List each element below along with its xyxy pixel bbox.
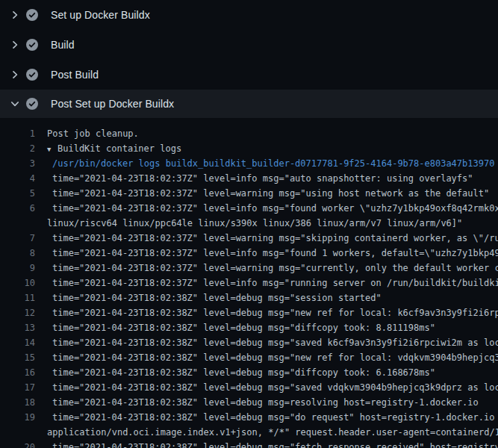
log-text: application/vnd.oci.image.index.v1+json,… [35,425,498,440]
log-line: 11 time="2021-04-23T18:02:38Z" level=deb… [0,290,498,305]
check-circle-icon [26,69,38,81]
line-number-empty [0,425,35,440]
log-text: time="2021-04-23T18:02:38Z" level=debug … [35,290,382,305]
log-text: time="2021-04-23T18:02:38Z" level=debug … [35,335,498,350]
line-number[interactable]: 5 [0,186,35,201]
step-row-post-set-up-docker-buildx[interactable]: Post Set up Docker Buildx [0,90,498,118]
step-row-set-up-docker-buildx[interactable]: Set up Docker Buildx [0,0,498,30]
line-number[interactable]: 12 [0,305,35,320]
log-line: 7 time="2021-04-23T18:02:37Z" level=warn… [0,231,498,246]
line-number[interactable]: 6 [0,201,35,216]
line-number[interactable]: 7 [0,231,35,246]
log-container: 1 Post job cleanup. 2 ▼BuildKit containe… [0,118,498,448]
log-line: 17 time="2021-04-23T18:02:38Z" level=deb… [0,380,498,395]
log-text: time="2021-04-23T18:02:38Z" level=debug … [35,380,498,395]
line-number[interactable]: 17 [0,380,35,395]
check-circle-icon [26,9,38,21]
log-line: 18 time="2021-04-23T18:02:38Z" level=deb… [0,395,498,410]
step-label: Set up Docker Buildx [51,9,150,21]
line-number-empty [0,216,35,231]
workflow-log-panel: Set up Docker Buildx Build Post Build [0,0,498,448]
check-circle-icon [26,39,38,51]
log-text: time="2021-04-23T18:02:38Z" level=debug … [35,320,435,335]
log-line: 3 /usr/bin/docker logs buildx_buildkit_b… [0,156,498,171]
log-text: Post job cleanup. [35,126,139,141]
command-text: /usr/bin/docker logs buildx_buildkit_bui… [35,156,494,171]
log-line: 10 time="2021-04-23T18:02:37Z" level=inf… [0,276,498,290]
log-line: 20 time="2021-04-23T18:02:38Z" level=deb… [0,440,498,448]
step-row-post-build[interactable]: Post Build [0,60,498,90]
log-line: 1 Post job cleanup. [0,126,498,141]
step-list: Set up Docker Buildx Build Post Build [0,0,498,118]
line-number[interactable]: 19 [0,410,35,425]
line-number[interactable]: 3 [0,156,35,171]
log-line: 5 time="2021-04-23T18:02:37Z" level=warn… [0,186,498,201]
log-text: time="2021-04-23T18:02:37Z" level=info m… [35,246,498,261]
log-text: time="2021-04-23T18:02:38Z" level=debug … [35,395,479,410]
chevron-right-icon [9,39,21,51]
log-text: time="2021-04-23T18:02:38Z" level=debug … [35,410,498,425]
step-label: Post Build [51,69,99,81]
log-group-toggle[interactable]: 2 ▼BuildKit container logs [0,141,498,156]
log-text: time="2021-04-23T18:02:37Z" level=warnin… [35,261,498,276]
log-line-wrap-continuation: application/vnd.oci.image.index.v1+json,… [0,425,498,440]
step-row-build[interactable]: Build [0,30,498,60]
log-line: 19 time="2021-04-23T18:02:38Z" level=deb… [0,410,498,425]
log-text: time="2021-04-23T18:02:38Z" level=debug … [35,305,498,320]
chevron-right-icon [9,9,21,21]
log-line: 4 time="2021-04-23T18:02:37Z" level=info… [0,171,498,186]
log-text: time="2021-04-23T18:02:38Z" level=debug … [35,350,498,365]
step-label: Build [51,39,75,51]
line-number[interactable]: 9 [0,261,35,276]
log-text: time="2021-04-23T18:02:37Z" level=info m… [35,276,498,290]
log-text: time="2021-04-23T18:02:37Z" level=info m… [35,201,498,216]
triangle-down-icon: ▼ [47,142,57,156]
log-line: 14 time="2021-04-23T18:02:38Z" level=deb… [0,335,498,350]
line-number[interactable]: 11 [0,290,35,305]
log-line: 9 time="2021-04-23T18:02:37Z" level=warn… [0,261,498,276]
line-number[interactable]: 13 [0,320,35,335]
line-number[interactable]: 15 [0,350,35,365]
log-line: 15 time="2021-04-23T18:02:38Z" level=deb… [0,350,498,365]
line-number[interactable]: 10 [0,276,35,290]
group-title: BuildKit container logs [57,143,181,154]
log-line-wrap-continuation: linux/riscv64 linux/ppc64le linux/s390x … [0,216,498,231]
log-line: 6 time="2021-04-23T18:02:37Z" level=info… [0,201,498,216]
log-text: time="2021-04-23T18:02:37Z" level=warnin… [35,186,489,201]
log-text: time="2021-04-23T18:02:38Z" level=debug … [35,365,435,380]
log-line: 12 time="2021-04-23T18:02:38Z" level=deb… [0,305,498,320]
chevron-right-icon [9,69,21,81]
log-text: ▼BuildKit container logs [35,141,181,156]
line-number[interactable]: 18 [0,395,35,410]
step-label: Post Set up Docker Buildx [51,98,174,110]
log-line: 13 time="2021-04-23T18:02:38Z" level=deb… [0,320,498,335]
line-number[interactable]: 4 [0,171,35,186]
log-line: 16 time="2021-04-23T18:02:38Z" level=deb… [0,365,498,380]
line-number[interactable]: 20 [0,440,35,448]
line-number[interactable]: 16 [0,365,35,380]
log-text: time="2021-04-23T18:02:37Z" level=warnin… [35,231,498,246]
line-number[interactable]: 2 [0,141,35,156]
line-number[interactable]: 14 [0,335,35,350]
log-text: linux/riscv64 linux/ppc64le linux/s390x … [35,216,462,231]
log-line: 8 time="2021-04-23T18:02:37Z" level=info… [0,246,498,261]
log-text: time="2021-04-23T18:02:37Z" level=info m… [35,171,473,186]
line-number[interactable]: 1 [0,126,35,141]
chevron-down-icon [9,98,21,110]
log-text: time="2021-04-23T18:02:38Z" level=debug … [35,440,498,448]
line-number[interactable]: 8 [0,246,35,261]
check-circle-icon [26,98,38,110]
